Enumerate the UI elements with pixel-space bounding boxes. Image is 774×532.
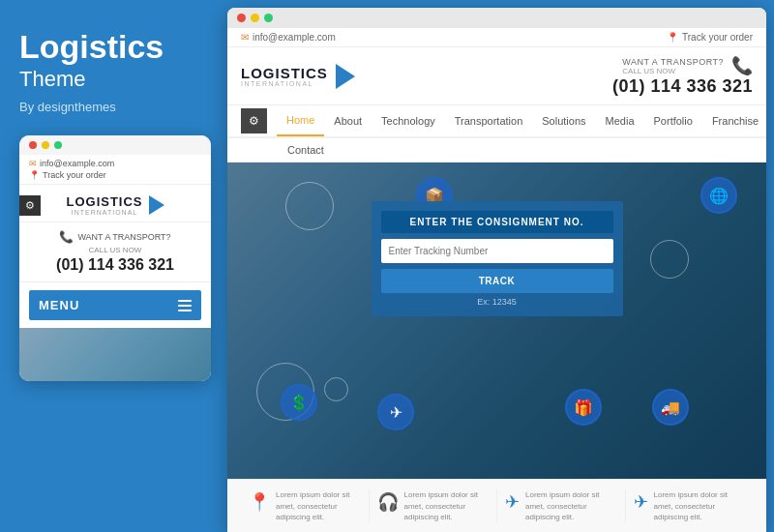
mobile-pin-icon: 📍 — [29, 170, 40, 180]
left-panel: Logistics Theme By designthemes ✉ info@e… — [0, 0, 227, 532]
feature-icon-2: 🎧 — [377, 491, 399, 513]
node-circle-3 — [650, 240, 689, 279]
feature-text-1: Lorem ipsum dolor sit amet, consectetur … — [276, 489, 361, 522]
topbar-pin-icon: 📍 — [667, 32, 678, 43]
mobile-dot-green — [54, 141, 62, 149]
site-logo: LOGISTICS International — [241, 64, 355, 89]
feature-item-1: 📍 Lorem ipsum dolor sit amet, consectetu… — [241, 489, 370, 522]
site-topbar: ✉ info@example.com 📍 Track your order — [227, 28, 766, 47]
mobile-logo-area: ⚙ LOGISTICS International — [19, 185, 211, 222]
mobile-track-text: Track your order — [43, 170, 106, 180]
byline: By designthemes — [19, 100, 208, 114]
feature-text-2: Lorem ipsum dolor sit amet, consectetur … — [404, 489, 490, 522]
track-button[interactable]: TRACK — [381, 269, 613, 293]
topbar-track: Track your order — [682, 32, 753, 43]
browser-chrome — [227, 8, 766, 28]
feature-icon-3: ✈ — [505, 491, 520, 513]
mobile-track-item: 📍 Track your order — [29, 170, 201, 180]
feature-icon-4: ✈ — [634, 491, 648, 513]
feature-text-4: Lorem ipsum dolor sit amet, consectetur … — [654, 489, 746, 522]
browser-dot-yellow[interactable] — [251, 14, 259, 22]
site-phone-number: (01) 114 336 321 — [612, 76, 753, 97]
site-call-us: CALL US NOW — [622, 67, 724, 75]
nav-second-row: Contact — [227, 138, 766, 163]
mobile-logo-text: LOGISTICS — [66, 194, 142, 209]
site-logo-text: LOGISTICS — [241, 65, 328, 81]
site-header: LOGISTICS International WANT A TRANSPORT… — [227, 47, 766, 105]
site-topbar-right: 📍 Track your order — [667, 32, 753, 43]
mobile-hero-preview — [19, 328, 211, 381]
nav-transportation[interactable]: Transportation — [445, 106, 533, 135]
site-want-transport: WANT A TRANSPORT? — [622, 57, 724, 67]
mobile-want-transport: 📞 WANT A TRANSPORT? — [29, 230, 201, 244]
title-logistics: Logistics — [19, 29, 208, 65]
site-topbar-left: ✉ info@example.com — [241, 32, 336, 43]
feature-icon-1: 📍 — [249, 491, 270, 513]
theme-title: Logistics Theme By designthemes — [19, 29, 208, 114]
consignment-form: ENTER THE CONSIGNMENT NO. TRACK Ex: 1234… — [372, 201, 623, 316]
browser-dot-green[interactable] — [264, 14, 273, 22]
feature-item-2: 🎧 Lorem ipsum dolor sit amet, consectetu… — [370, 489, 498, 522]
nav-solutions[interactable]: Solutions — [532, 106, 595, 135]
topbar-email: info@example.com — [253, 32, 336, 43]
mobile-email-text: info@example.com — [40, 159, 114, 168]
site-phone-icon: 📞 — [731, 55, 753, 76]
mobile-browser-bar — [19, 135, 211, 155]
mobile-info-bar: ✉ info@example.com 📍 Track your order — [19, 155, 211, 185]
mobile-call-section: 📞 WANT A TRANSPORT? CALL US NOW (01) 114… — [19, 222, 211, 282]
browser-dot-red[interactable] — [237, 14, 246, 22]
site-logo-sub: International — [241, 80, 328, 87]
mobile-phone-number: (01) 114 336 321 — [29, 256, 201, 274]
hamburger-icon — [178, 300, 192, 311]
site-nav: ⚙ Home About Technology Transportation S… — [227, 105, 766, 138]
right-panel: ✉ info@example.com 📍 Track your order LO… — [227, 8, 766, 532]
site-logo-arrow — [336, 64, 355, 89]
nav-wrench-btn[interactable]: ⚙ — [241, 108, 267, 133]
mobile-logo-arrow — [149, 195, 164, 215]
consignment-input[interactable] — [381, 239, 613, 263]
mobile-phone-icon: 📞 — [59, 230, 74, 244]
consignment-title: ENTER THE CONSIGNMENT NO. — [381, 211, 613, 233]
nav-home[interactable]: Home — [277, 105, 324, 136]
consignment-example: Ex: 12345 — [381, 297, 613, 307]
mobile-menu-label: MENU — [39, 298, 79, 312]
mobile-call-us: CALL US NOW — [29, 246, 201, 254]
mobile-logo-sub: International — [66, 209, 142, 216]
topbar-email-icon: ✉ — [241, 32, 249, 43]
nav-about[interactable]: About — [324, 106, 372, 135]
hero-icon-globe: 🌐 — [700, 177, 737, 214]
mobile-wrench-btn[interactable]: ⚙ — [19, 195, 41, 216]
mobile-menu-button[interactable]: MENU — [29, 290, 201, 320]
nav-media[interactable]: Media — [596, 106, 644, 135]
title-theme: Theme — [19, 67, 208, 92]
node-circle-1 — [285, 182, 334, 230]
feature-text-3: Lorem ipsum dolor sit amet, consectetur … — [525, 489, 617, 522]
feature-item-3: ✈ Lorem ipsum dolor sit amet, consectetu… — [497, 489, 626, 522]
mobile-mockup: ✉ info@example.com 📍 Track your order ⚙ … — [19, 135, 211, 381]
mobile-dot-red — [29, 141, 37, 149]
nav-franchise[interactable]: Franchise — [702, 106, 766, 135]
nav-contact[interactable]: Contact — [278, 138, 334, 162]
nav-technology[interactable]: Technology — [372, 106, 445, 135]
feature-item-4: ✈ Lorem ipsum dolor sit amet, consectetu… — [626, 489, 754, 522]
site-hero: 📦 🌐 💲 ✈ 🚚 🎁 ENTER THE CONSIGNMENT NO. TR… — [227, 163, 766, 479]
mobile-email-icon: ✉ — [29, 159, 37, 168]
nav-portfolio[interactable]: Portfolio — [644, 106, 702, 135]
site-features: 📍 Lorem ipsum dolor sit amet, consectetu… — [227, 479, 766, 532]
site-header-right: WANT A TRANSPORT? CALL US NOW 📞 (01) 114… — [612, 55, 753, 97]
mobile-email-item: ✉ info@example.com — [29, 159, 201, 168]
mobile-dot-yellow — [42, 141, 49, 149]
